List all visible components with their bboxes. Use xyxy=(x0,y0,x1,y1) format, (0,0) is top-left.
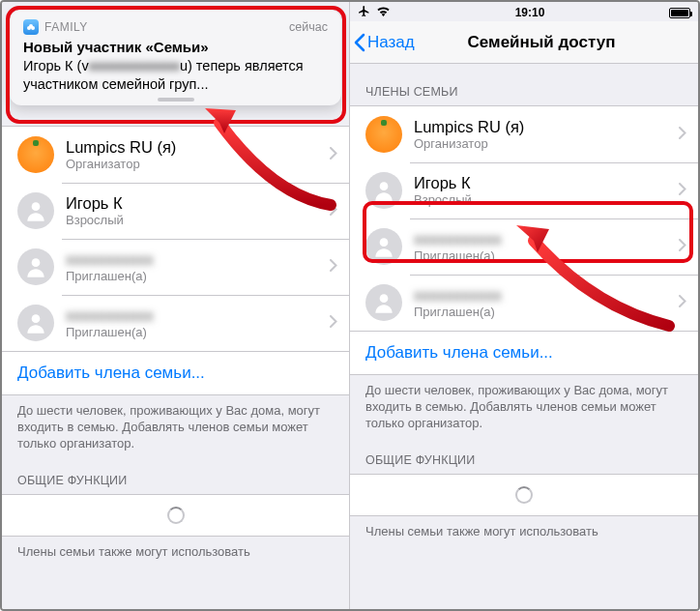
wifi-icon xyxy=(376,6,391,19)
spinner-icon xyxy=(515,486,533,504)
chevron-right-icon xyxy=(330,202,337,219)
loading-row xyxy=(2,494,349,537)
member-row-invited[interactable]: xxxxxxxxxxx Приглашен(а) xyxy=(350,218,698,275)
svg-point-1 xyxy=(32,258,41,267)
airplane-mode-icon xyxy=(358,5,370,20)
svg-point-5 xyxy=(29,24,33,28)
member-row-organizer[interactable]: Lumpics RU (я) Организатор xyxy=(2,127,349,183)
member-role: Приглашен(а) xyxy=(414,248,679,264)
member-name: Игорь К xyxy=(66,193,330,214)
member-name-blurred: xxxxxxxxxxx xyxy=(414,285,679,306)
loading-row xyxy=(350,474,698,516)
notification-title: Новый участник «Семьи» xyxy=(23,39,328,55)
avatar-silhouette-icon xyxy=(365,228,402,265)
member-role: Приглашен(а) xyxy=(414,305,679,320)
family-app-icon xyxy=(23,19,39,35)
members-section-header: ЧЛЕНЫ СЕМЬИ xyxy=(350,64,698,105)
chevron-right-icon xyxy=(330,314,337,332)
member-name-blurred: xxxxxxxxxxx xyxy=(66,306,330,326)
chevron-right-icon xyxy=(679,294,686,311)
members-list: Lumpics RU (я) Организатор Игорь К Взрос… xyxy=(350,105,698,332)
chevron-right-icon xyxy=(330,146,337,163)
back-button[interactable]: Назад xyxy=(354,33,415,52)
member-row-igor[interactable]: Игорь К Взрослый xyxy=(2,183,349,239)
nav-bar: Назад Семейный доступ xyxy=(350,21,698,64)
notification-banner[interactable]: FAMILY сейчас Новый участник «Семьи» Иго… xyxy=(10,10,341,105)
avatar-lumpics xyxy=(17,136,54,173)
back-label: Назад xyxy=(367,33,415,52)
svg-point-2 xyxy=(32,314,41,323)
notification-app-name: FAMILY xyxy=(44,20,88,34)
member-name-blurred: xxxxxxxxxxx xyxy=(66,249,330,270)
footer-note-2: Члены семьи также могут использовать xyxy=(2,537,349,561)
member-role: Взрослый xyxy=(414,192,679,208)
member-row-invited[interactable]: xxxxxxxxxxx Приглашен(а) xyxy=(350,275,698,331)
member-name: Lumpics RU (я) xyxy=(66,137,330,158)
chevron-right-icon xyxy=(330,258,337,276)
footer-note-2: Члены семьи также могут использовать xyxy=(350,516,698,540)
svg-point-0 xyxy=(32,202,41,211)
notification-handle[interactable] xyxy=(158,98,194,102)
member-name-blurred: xxxxxxxxxxx xyxy=(414,229,679,249)
shared-section-header: ОБЩИЕ ФУНКЦИИ xyxy=(2,452,349,494)
member-role: Взрослый xyxy=(66,213,330,228)
avatar-silhouette-icon xyxy=(17,305,54,341)
status-bar: 19:10 xyxy=(350,2,698,21)
footer-note: До шести человек, проживающих у Вас дома… xyxy=(2,395,349,452)
member-name: Lumpics RU (я) xyxy=(414,117,679,137)
statusbar-time: 19:10 xyxy=(515,6,545,19)
battery-icon xyxy=(669,8,690,18)
nav-title: Семейный доступ xyxy=(433,33,616,52)
left-screenshot: Lumpics RU (я) Организатор Игорь К Взрос… xyxy=(2,2,350,609)
member-role: Приглашен(а) xyxy=(66,325,330,340)
svg-point-6 xyxy=(380,182,389,190)
avatar-silhouette-icon xyxy=(365,172,402,209)
spinner-icon xyxy=(167,507,185,524)
chevron-right-icon xyxy=(679,238,686,255)
shared-section-header: ОБЩИЕ ФУНКЦИИ xyxy=(350,432,698,474)
add-member-link[interactable]: Добавить члена семьи... xyxy=(2,352,349,395)
member-role: Приглашен(а) xyxy=(66,269,330,284)
notification-body: Игорь К (vxxxxxxxxxxxxxu) теперь являетс… xyxy=(23,57,328,94)
member-row-organizer[interactable]: Lumpics RU (я) Организатор xyxy=(350,106,698,162)
member-row-invited[interactable]: xxxxxxxxxxx Приглашен(а) xyxy=(2,239,349,295)
member-row-invited[interactable]: xxxxxxxxxxx Приглашен(а) xyxy=(2,295,349,351)
svg-point-8 xyxy=(380,294,389,303)
notification-time: сейчас xyxy=(289,20,328,34)
avatar-lumpics xyxy=(365,116,402,153)
svg-point-7 xyxy=(380,238,389,247)
avatar-silhouette-icon xyxy=(365,284,402,321)
avatar-silhouette-icon xyxy=(17,248,54,285)
member-role: Организатор xyxy=(414,136,679,152)
right-screenshot: 19:10 Назад Семейный доступ ЧЛЕНЫ СЕМЬИ … xyxy=(350,2,698,609)
member-row-igor[interactable]: Игорь К Взрослый xyxy=(350,162,698,218)
avatar-silhouette-icon xyxy=(17,192,54,229)
chevron-right-icon xyxy=(679,182,686,199)
member-name: Игорь К xyxy=(414,173,679,193)
footer-note: До шести человек, проживающих у Вас дома… xyxy=(350,375,698,432)
add-member-link[interactable]: Добавить члена семьи... xyxy=(350,332,698,375)
chevron-right-icon xyxy=(679,126,686,143)
member-role: Организатор xyxy=(66,157,330,172)
members-list: Lumpics RU (я) Организатор Игорь К Взрос… xyxy=(2,126,349,352)
notification-app: FAMILY xyxy=(23,19,88,35)
